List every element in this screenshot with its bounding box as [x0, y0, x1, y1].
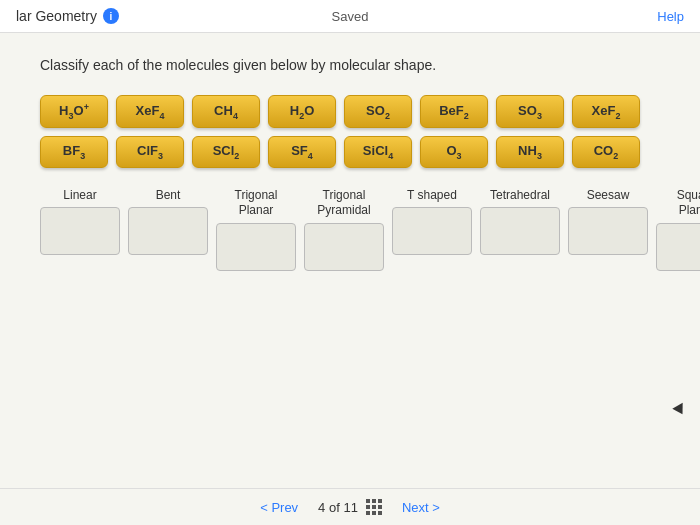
title-text: lar Geometry — [16, 8, 97, 24]
molecules-grid: H3O+ XeF4 CH4 H2O SO2 BeF2 SO3 XeF2 BF3 … — [40, 95, 660, 168]
molecule-NH3[interactable]: NH3 — [496, 136, 564, 168]
drop-zone-tetrahedral[interactable] — [480, 207, 560, 255]
molecule-ClF3[interactable]: ClF3 — [116, 136, 184, 168]
drop-zone-seesaw[interactable] — [568, 207, 648, 255]
page-info: 4 of 11 — [318, 499, 382, 515]
drop-label-seesaw: Seesaw — [587, 188, 630, 204]
drop-label-tshaped: T shaped — [407, 188, 457, 204]
footer-nav: < Prev 4 of 11 Next > — [0, 488, 700, 525]
instruction-text: Classify each of the molecules given bel… — [40, 57, 660, 73]
molecule-XeF2[interactable]: XeF2 — [572, 95, 640, 128]
next-label: Next > — [402, 500, 440, 515]
drop-zone-tshaped[interactable] — [392, 207, 472, 255]
molecule-H3O[interactable]: H3O+ — [40, 95, 108, 128]
molecule-CO2[interactable]: CO2 — [572, 136, 640, 168]
molecule-SO3[interactable]: SO3 — [496, 95, 564, 128]
header: lar Geometry i Saved Help — [0, 0, 700, 33]
molecule-H2O[interactable]: H2O — [268, 95, 336, 128]
molecule-BF3[interactable]: BF3 — [40, 136, 108, 168]
page-number: 4 of 11 — [318, 500, 358, 515]
info-icon[interactable]: i — [103, 8, 119, 24]
drop-col-trigonal-pyramidal: TrigonalPyramidal — [304, 188, 384, 271]
drop-zone-bent[interactable] — [128, 207, 208, 255]
grid-icon[interactable] — [366, 499, 382, 515]
next-button[interactable]: Next > — [402, 500, 440, 515]
drop-col-seesaw: Seesaw — [568, 188, 648, 271]
help-link[interactable]: Help — [657, 9, 684, 24]
molecule-CH4[interactable]: CH4 — [192, 95, 260, 128]
prev-label: < Prev — [260, 500, 298, 515]
molecule-O3[interactable]: O3 — [420, 136, 488, 168]
molecule-XeF4[interactable]: XeF4 — [116, 95, 184, 128]
drop-label-tetrahedral: Tetrahedral — [490, 188, 550, 204]
prev-button[interactable]: < Prev — [260, 500, 298, 515]
main-content: Classify each of the molecules given bel… — [0, 33, 700, 293]
cursor-arrow — [672, 403, 687, 418]
molecule-BeF2[interactable]: BeF2 — [420, 95, 488, 128]
molecule-SiCl4[interactable]: SiCl4 — [344, 136, 412, 168]
drop-label-trigonal-planar: TrigonalPlanar — [235, 188, 278, 219]
drop-col-trigonal-planar: TrigonalPlanar — [216, 188, 296, 271]
drop-label-trigonal-pyramidal: TrigonalPyramidal — [317, 188, 370, 219]
molecules-row-2: BF3 ClF3 SCl2 SF4 SiCl4 O3 NH3 CO2 — [40, 136, 660, 168]
drop-section: Linear Bent TrigonalPlanar TrigonalPyram… — [40, 188, 660, 271]
drop-zone-square-planar[interactable] — [656, 223, 700, 271]
drop-zone-linear[interactable] — [40, 207, 120, 255]
drop-label-square-planar: SquarePlanar — [677, 188, 700, 219]
drop-col-tetrahedral: Tetrahedral — [480, 188, 560, 271]
drop-col-square-planar: SquarePlanar — [656, 188, 700, 271]
molecule-SO2[interactable]: SO2 — [344, 95, 412, 128]
header-title: lar Geometry i — [16, 8, 119, 24]
drop-label-bent: Bent — [156, 188, 181, 204]
drop-labels-row: Linear Bent TrigonalPlanar TrigonalPyram… — [40, 188, 660, 271]
molecules-row-1: H3O+ XeF4 CH4 H2O SO2 BeF2 SO3 XeF2 — [40, 95, 660, 128]
drop-col-bent: Bent — [128, 188, 208, 271]
molecule-SCl2[interactable]: SCl2 — [192, 136, 260, 168]
molecule-SF4[interactable]: SF4 — [268, 136, 336, 168]
drop-col-linear: Linear — [40, 188, 120, 271]
drop-col-tshaped: T shaped — [392, 188, 472, 271]
drop-label-linear: Linear — [63, 188, 96, 204]
drop-zone-trigonal-pyramidal[interactable] — [304, 223, 384, 271]
drop-zone-trigonal-planar[interactable] — [216, 223, 296, 271]
saved-status: Saved — [332, 9, 369, 24]
